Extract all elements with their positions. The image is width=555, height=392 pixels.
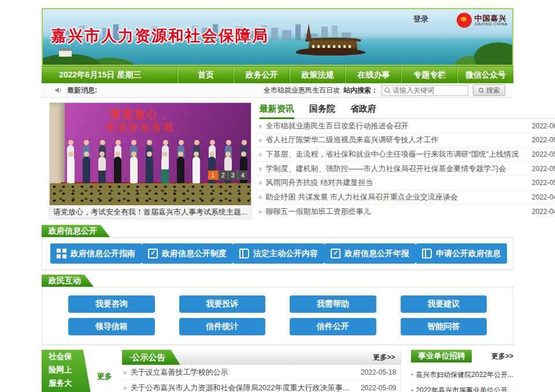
photo-banner-text: 请党放心， 考试安全有我 (105, 108, 175, 134)
interaction-section: 政民互动 我要咨询 我要投诉 我需帮助 我要建议 领导信箱 信件统计 信件公开 … (42, 275, 513, 345)
double-arrow-icon: » (123, 384, 127, 392)
news-carousel[interactable]: 请党放心， 考试安全有我 (49, 102, 251, 219)
search-button[interactable]: 搜索 (473, 84, 505, 96)
news-item[interactable]: » 学制度、建机制、强防控——市人力社保局召开社保基金要情专题学习会2022-0… (257, 162, 555, 176)
pager-page-4[interactable]: 4 (238, 171, 247, 180)
double-arrow-icon: » (258, 136, 262, 144)
jiaxing-logo: 中国嘉兴 JIAXING CHINA (457, 13, 508, 28)
logo-title: 中国嘉兴 (475, 14, 508, 23)
content-container: 嘉兴市人力资源和社会保障局 登录 中国嘉兴 JIAXING CHINA 2022… (42, 8, 513, 392)
book-icon (422, 249, 432, 258)
smart-qa-button[interactable]: 智能问答 (401, 318, 487, 335)
news-panel: 最新资讯 国务院 省政府 » 全市稳就业惠民生百日攻坚行动推进会召开2022-0… (257, 102, 555, 219)
recruitment-more-link[interactable]: 更多>> (491, 352, 513, 361)
news-item[interactable]: » 全市稳就业惠民生百日攻坚行动推进会召开2022-06-13 (257, 119, 555, 134)
trees-art (450, 34, 513, 66)
news-item[interactable]: » 风雨同舟齐抗疫 结对共建显担当2022-05-09 (257, 176, 555, 190)
jiaxing-logo-icon (457, 13, 472, 28)
consult-button[interactable]: 我要咨询 (68, 295, 155, 313)
letter-disclosure-button[interactable]: 信件公开 (290, 318, 376, 335)
carpet-art (50, 183, 251, 205)
announcement-item[interactable]: » 关于公布嘉兴市人力资源和社会保障局2022年度重大行政决策事...2022-… (122, 380, 401, 392)
announcement-item[interactable]: » 关于设立嘉善技工学校的公示2022-05-18 (122, 365, 401, 380)
search-icon (478, 87, 484, 94)
gov-info-section-title: 政府信息公开 (42, 225, 110, 237)
announcements-title: ·公示公告 (122, 350, 180, 365)
search-button-label: 搜索 (486, 86, 500, 95)
doc-check-icon (148, 249, 158, 258)
announcements-more-link[interactable]: 更多>> (373, 353, 401, 363)
tab-provincial-gov[interactable]: 省政府 (350, 103, 376, 114)
nav-date: 2022年6月15日 星期三 (42, 70, 177, 80)
need-help-button[interactable]: 我需帮助 (290, 295, 376, 313)
pager-page-1[interactable]: 1 (208, 171, 218, 180)
boat-art (296, 36, 365, 56)
book-icon (239, 249, 249, 258)
grid-icon (57, 249, 66, 258)
tab-latest-news[interactable]: 最新资讯 (260, 103, 294, 114)
carousel-photo[interactable]: 请党放心， 考试安全有我 (50, 103, 251, 205)
gov-info-system-button[interactable]: 政府信息公开制度 (142, 243, 233, 264)
interaction-buttons: 我要咨询 我要投诉 我需帮助 我要建议 领导信箱 信件统计 信件公开 智能问答 (42, 287, 513, 345)
ticker-label: 最新消息: (67, 86, 97, 95)
page: 嘉兴市人力资源和社会保障局 登录 中国嘉兴 JIAXING CHINA 2022… (0, 0, 555, 392)
request-disclosure-button[interactable]: 申请公开政府信息 (416, 243, 507, 264)
news-item[interactable]: » 下基层、走流程，省社保和就业中心主任项薇一行来我市调研“国统”上线情况202… (257, 147, 555, 162)
login-link[interactable]: 登录 (413, 14, 428, 24)
search-input[interactable] (382, 85, 468, 96)
suggestion-button[interactable]: 我要建议 (401, 295, 487, 313)
double-arrow-icon: » (258, 122, 262, 130)
gov-info-guide-button[interactable]: 政府信息公开指南 (50, 243, 142, 264)
double-arrow-icon: » (258, 179, 262, 187)
carousel-caption[interactable]: 请党放心，考试安全有我！首届嘉兴市人事考试系统主题... (50, 205, 251, 219)
double-arrow-icon: » (258, 193, 262, 201)
statutory-disclosure-button[interactable]: 法定主动公开内容 (233, 243, 324, 264)
news-item[interactable]: » 助企纾困 共谋发展 市人力社保局召开重点企业交流座谈会2022-04-29 (257, 190, 555, 205)
news-item[interactable]: » 省人社厅陈荣华二级巡视员来嘉兴调研专技人才工作2022-05-30 (257, 134, 555, 148)
news-ticker-bar: 最新消息: 全市稳就业惠民生百日攻 站内搜索： 搜索 (42, 83, 513, 98)
double-arrow-icon: » (258, 150, 262, 158)
interaction-section-title: 政民互动 (42, 275, 94, 287)
pager-page-3[interactable]: 3 (228, 171, 238, 180)
complaint-button[interactable]: 我要投诉 (179, 295, 266, 313)
nav-item-home[interactable]: 首页 (177, 66, 234, 83)
site-title: 嘉兴市人力资源和社会保障局 (51, 25, 269, 46)
search-icon (384, 87, 391, 94)
nav-item-gov-affairs[interactable]: 政务公开 (234, 66, 290, 83)
recruitment-panel: 事业单位招聘 更多>> 嘉兴市妇幼保健院2022年公开... 2022年嘉兴市属… (411, 350, 513, 392)
house-art (59, 49, 72, 57)
social-insurance-title: 社会保险网上服务大厅 (42, 350, 92, 392)
main-nav: 2022年6月15日 星期三 首页 政务公开 政策法规 在线办事 专题专栏 微信… (42, 66, 513, 83)
gov-info-section: 政府信息公开 政府信息公开指南 政府信息公开制度 法定主动公开内容 政府信息公开… (42, 225, 513, 270)
doc-check-icon (331, 249, 341, 258)
double-arrow-icon: » (123, 368, 127, 376)
annual-report-button[interactable]: 政府信息公开年报 (324, 243, 416, 264)
nav-item-special-topics[interactable]: 专题专栏 (401, 66, 457, 83)
letter-stats-button[interactable]: 信件统计 (179, 318, 266, 335)
news-item[interactable]: » 聊聊五一假期加班工资那些事儿2022-04-28 (257, 205, 555, 219)
announcements-panel: ·公示公告 更多>> » 关于设立嘉善技工学校的公示2022-05-18 » 关… (122, 350, 401, 392)
social-insurance-more-link[interactable]: 更多 (97, 371, 112, 382)
trees-art (42, 45, 141, 66)
pager-page-2[interactable]: 2 (218, 171, 228, 180)
double-arrow-icon: » (258, 208, 262, 216)
news-list: » 全市稳就业惠民生百日攻坚行动推进会召开2022-06-13 » 省人社厅陈荣… (257, 119, 555, 219)
social-insurance-panel: 社会保险网上服务大厅 更多 个人(单位)社保证明打印 办事指南 (42, 350, 112, 392)
nav-item-online-services[interactable]: 在线办事 (345, 66, 401, 83)
leader-mailbox-button[interactable]: 领导信箱 (68, 318, 155, 335)
header-banner: 嘉兴市人力资源和社会保障局 登录 中国嘉兴 JIAXING CHINA (42, 8, 513, 66)
speaker-icon (54, 86, 62, 94)
logo-subtitle: JIAXING CHINA (475, 22, 508, 26)
carousel-pager: 1 2 3 4 (208, 171, 247, 180)
nav-item-policies[interactable]: 政策法规 (290, 66, 346, 83)
gov-info-buttons: 政府信息公开指南 政府信息公开制度 法定主动公开内容 政府信息公开年报 申请公开… (42, 237, 513, 270)
recruitment-item[interactable]: 2022年嘉兴市属事业单位公开... (411, 383, 513, 392)
double-arrow-icon: » (258, 165, 262, 173)
ticker-marquee-text[interactable]: 全市稳就业惠民生百日攻 (264, 86, 340, 95)
tab-state-council[interactable]: 国务院 (309, 103, 335, 114)
recruitment-item[interactable]: 嘉兴市妇幼保健院2022年公开... (411, 367, 513, 383)
news-tabs: 最新资讯 国务院 省政府 (257, 102, 555, 119)
nav-item-wechat[interactable]: 微信公众号 (457, 66, 513, 83)
nav-menu: 首页 政务公开 政策法规 在线办事 专题专栏 微信公众号 (177, 66, 513, 83)
recruitment-title: 事业单位招聘 (411, 350, 472, 363)
